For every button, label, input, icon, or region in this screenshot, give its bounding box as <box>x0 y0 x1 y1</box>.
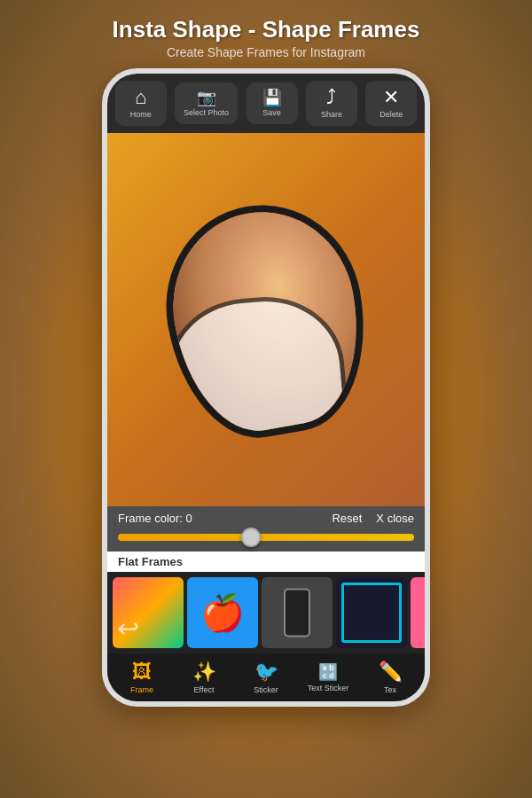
toolbar: ⌂ Home 📷 Select Photo 💾 Save ⤴ Share ✕ D… <box>107 74 425 133</box>
tex-nav-icon: ✏️ <box>379 661 403 684</box>
app-subtitle: Create Shape Frames for Instagram <box>9 45 523 59</box>
save-icon: 💾 <box>262 90 282 106</box>
apple-icon: 🍎 <box>200 592 245 634</box>
nav-item-text-sticker[interactable]: 🔡 Text Sticker <box>304 662 353 692</box>
color-controls: Frame color: 0 Reset X close <box>107 506 425 552</box>
delete-button[interactable]: ✕ Delete <box>365 81 417 126</box>
nav-item-frame[interactable]: 🖼 Frame <box>118 661 167 694</box>
bottom-nav: 🖼 Frame ✨ Effect 🐦 Sticker 🔡 Text Sticke… <box>107 653 425 701</box>
effect-nav-label: Effect <box>194 685 215 694</box>
share-label: Share <box>321 110 342 119</box>
effect-nav-icon: ✨ <box>192 661 216 684</box>
photo-preview <box>158 198 373 442</box>
tex-nav-label: Tex <box>384 685 396 694</box>
delete-icon: ✕ <box>383 88 399 107</box>
reset-button[interactable]: Reset <box>332 512 362 525</box>
home-icon: ⌂ <box>135 88 146 107</box>
frame-thumbnail-4[interactable] <box>336 577 407 648</box>
home-button[interactable]: ⌂ Home <box>115 81 167 126</box>
frame-nav-label: Frame <box>130 685 153 694</box>
close-button[interactable]: X close <box>376 512 414 525</box>
canvas-area <box>107 133 425 506</box>
frame-color-label: Frame color: 0 <box>118 512 192 525</box>
frame-border-inner <box>341 583 402 643</box>
frame-nav-icon: 🖼 <box>132 661 152 684</box>
app-title: Insta Shape - Shape Frames <box>9 16 523 43</box>
delete-label: Delete <box>379 110 403 119</box>
nav-item-sticker[interactable]: 🐦 Sticker <box>242 661 291 694</box>
slider-track <box>118 534 414 541</box>
frame-thumbnail-2[interactable]: 🍎 <box>187 577 258 648</box>
shape-frame[interactable] <box>150 189 382 450</box>
frame-thumbnail-5[interactable] <box>411 577 425 648</box>
shape-inner <box>158 198 373 442</box>
share-icon: ⤴ <box>326 88 336 107</box>
curved-arrow-icon: ↩ <box>117 613 139 644</box>
frames-section-label: Flat Frames <box>107 552 425 572</box>
share-button[interactable]: ⤴ Share <box>306 81 357 126</box>
save-label: Save <box>262 108 281 117</box>
frames-row: ↩ 🍎 <box>107 572 425 653</box>
frame-thumbnail-1[interactable]: ↩ <box>113 577 184 648</box>
camera-icon: 📷 <box>197 90 216 106</box>
color-actions: Reset X close <box>332 512 414 525</box>
phone-frame: ⌂ Home 📷 Select Photo 💾 Save ⤴ Share ✕ D… <box>102 68 430 707</box>
save-button[interactable]: 💾 Save <box>246 82 298 124</box>
sticker-nav-icon: 🐦 <box>254 661 278 684</box>
text-sticker-nav-label: Text Sticker <box>308 684 349 692</box>
color-slider-container[interactable] <box>118 528 414 546</box>
sticker-nav-label: Sticker <box>254 685 278 694</box>
select-photo-button[interactable]: 📷 Select Photo <box>175 82 238 124</box>
select-photo-label: Select Photo <box>184 108 229 117</box>
text-sticker-nav-icon: 🔡 <box>318 662 338 682</box>
phone-thumb-inner <box>284 589 310 638</box>
nav-item-tex[interactable]: ✏️ Tex <box>366 661 415 694</box>
bubble-overlay <box>161 290 352 450</box>
header-section: Insta Shape - Shape Frames Create Shape … <box>0 0 532 68</box>
slider-thumb[interactable] <box>241 528 261 547</box>
nav-item-effect[interactable]: ✨ Effect <box>180 661 229 694</box>
home-label: Home <box>130 110 152 119</box>
color-row: Frame color: 0 Reset X close <box>118 512 414 525</box>
donut-inner <box>424 591 425 635</box>
frame-thumbnail-3[interactable] <box>262 577 332 648</box>
